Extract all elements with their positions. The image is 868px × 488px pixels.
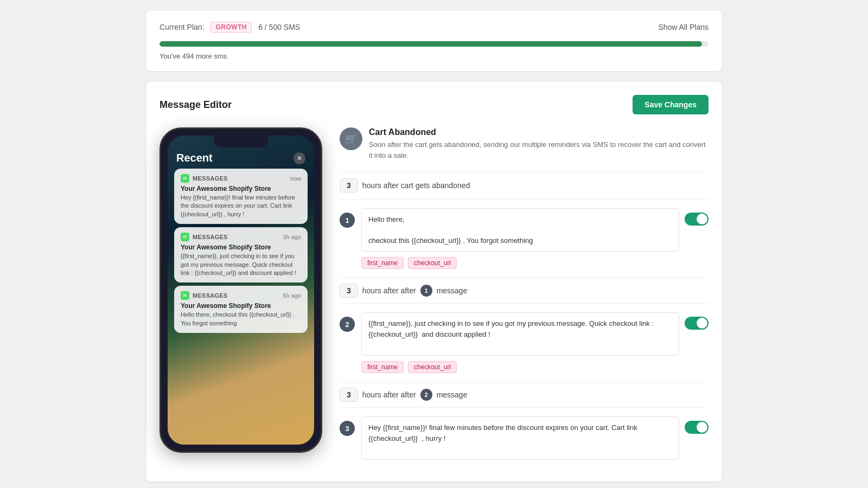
timing-label-2: hours after after <box>362 286 416 295</box>
editor-body: Recent ✕ ✉ MESSAGES now <box>159 127 709 468</box>
phone-notch <box>214 136 268 147</box>
phone-inner: Recent ✕ ✉ MESSAGES now <box>168 136 314 445</box>
toggle-track-1[interactable] <box>685 213 709 226</box>
message-content-2: {{first_name}}, just checking in to see … <box>361 312 709 373</box>
timing-label-3: hours after after <box>362 390 416 399</box>
timing-hours-3[interactable]: 3 <box>340 388 358 402</box>
plan-header: Current Plan: GROWTH 6 / 500 SMS Show Al… <box>159 22 709 33</box>
toggle-track-3[interactable] <box>685 421 709 434</box>
editor-card: Message Editor Save Changes Recent ✕ <box>146 82 722 481</box>
timing-hours-1[interactable]: 3 <box>340 178 358 192</box>
editor-header: Message Editor Save Changes <box>159 95 709 114</box>
message-textarea-2[interactable]: {{first_name}}, just checking in to see … <box>361 312 679 356</box>
message-textarea-row-3: Hey {{first_name}}! final few minutes be… <box>361 416 709 460</box>
show-all-plans-link[interactable]: Show All Plans <box>658 23 709 31</box>
notif-app-name: MESSAGES <box>193 292 228 299</box>
recent-label: Recent <box>176 152 213 164</box>
cart-abandoned-header: 🛒 Cart Abandoned Soon after the cart get… <box>340 127 709 160</box>
message-textarea-row-1: Hello there, checkout this {{checkout_ur… <box>361 208 709 252</box>
sms-progress-bar-fill <box>159 41 702 47</box>
notification-panel: Recent ✕ ✉ MESSAGES now <box>174 152 308 336</box>
recent-header: Recent ✕ <box>174 152 308 164</box>
cart-abandoned-title: Cart Abandoned <box>369 127 709 137</box>
notif-left: ✉ MESSAGES <box>181 291 228 300</box>
message-block-inner-2: 2 {{first_name}}, just checking in to se… <box>340 312 709 373</box>
notification-item: ✉ MESSAGES now Your Awesome Shopify Stor… <box>174 169 308 224</box>
timing-row-1: 3 hours after cart gets abandoned <box>340 171 709 200</box>
notif-app-name: MESSAGES <box>193 175 228 182</box>
plan-badge: GROWTH <box>210 22 252 33</box>
plan-label: Current Plan: <box>159 23 204 31</box>
notif-body: Hey {{first_name}}! final few minutes be… <box>181 194 301 219</box>
step-badge-3: 3 <box>340 421 355 436</box>
plan-card: Current Plan: GROWTH 6 / 500 SMS Show Al… <box>146 11 722 71</box>
message-block-inner-1: 1 Hello there, checkout this {{checkout_… <box>340 208 709 269</box>
toggle-switch-1[interactable] <box>685 213 709 226</box>
message-content-3: Hey {{first_name}}! final few minutes be… <box>361 416 709 460</box>
message-block-3: 3 Hey {{first_name}}! final few minutes … <box>340 416 709 460</box>
message-textarea-row-2: {{first_name}}, just checking in to see … <box>361 312 709 356</box>
plan-sms-count: 6 / 500 SMS <box>258 23 300 31</box>
toggle-thumb-1 <box>697 214 707 224</box>
timing-suffix-2: message <box>437 286 468 295</box>
save-changes-button[interactable]: Save Changes <box>633 95 709 114</box>
tag-checkout-url-2[interactable]: checkout_url <box>408 361 457 373</box>
timing-row-2: 3 hours after after 1 message <box>340 278 709 304</box>
notif-store: Your Awesome Shopify Store <box>181 243 301 251</box>
timing-row-3: 3 hours after after 2 message <box>340 382 709 408</box>
message-block-1: 1 Hello there, checkout this {{checkout_… <box>340 208 709 269</box>
plan-remaining-text: You've 494 more sms. <box>159 52 709 60</box>
step-badge-inline-1: 1 <box>420 285 432 297</box>
notification-item: ✉ MESSAGES 6h ago Your Awesome Shopify S… <box>174 286 308 333</box>
toggle-switch-2[interactable] <box>685 317 709 330</box>
timing-label-1: hours after cart gets abandoned <box>362 181 470 190</box>
toggle-thumb-3 <box>697 422 707 433</box>
message-content-1: Hello there, checkout this {{checkout_ur… <box>361 208 709 269</box>
editor-title: Message Editor <box>159 99 232 111</box>
step-badge-inline-2: 2 <box>420 389 432 401</box>
timing-hours-2[interactable]: 3 <box>340 284 358 298</box>
notif-top: ✉ MESSAGES 3h ago <box>181 233 301 241</box>
notif-store: Your Awesome Shopify Store <box>181 302 301 310</box>
messages-icon: ✉ <box>181 233 189 241</box>
right-panel: 🛒 Cart Abandoned Soon after the cart get… <box>340 127 709 468</box>
cart-abandoned-description: Soon after the cart gets abandoned, send… <box>369 139 709 160</box>
close-notifications-button[interactable]: ✕ <box>293 152 305 164</box>
cart-abandoned-info: Cart Abandoned Soon after the cart gets … <box>369 127 709 160</box>
tags-row-2: first_name checkout_url <box>361 361 709 373</box>
message-block-inner-3: 3 Hey {{first_name}}! final few minutes … <box>340 416 709 460</box>
step-badge-1: 1 <box>340 213 355 228</box>
notif-time: 3h ago <box>283 234 301 240</box>
notif-top: ✉ MESSAGES now <box>181 174 301 183</box>
message-textarea-3[interactable]: Hey {{first_name}}! final few minutes be… <box>361 416 679 460</box>
step-badge-2: 2 <box>340 317 355 332</box>
timing-suffix-3: message <box>437 390 468 399</box>
sms-progress-bar-container <box>159 41 709 47</box>
tag-first-name-1[interactable]: first_name <box>361 257 404 269</box>
notif-body: Hello there, checkout this {{checkout_ur… <box>181 311 301 328</box>
notif-left: ✉ MESSAGES <box>181 174 228 183</box>
messages-icon: ✉ <box>181 174 189 183</box>
messages-icon: ✉ <box>181 291 189 300</box>
notif-time: now <box>290 175 301 182</box>
cart-icon: 🛒 <box>340 127 362 150</box>
toggle-track-2[interactable] <box>685 317 709 330</box>
tag-checkout-url-1[interactable]: checkout_url <box>408 257 457 269</box>
notif-top: ✉ MESSAGES 6h ago <box>181 291 301 300</box>
tag-first-name-2[interactable]: first_name <box>361 361 404 373</box>
notif-app-name: MESSAGES <box>193 234 228 240</box>
toggle-thumb-2 <box>697 318 707 329</box>
message-block-2: 2 {{first_name}}, just checking in to se… <box>340 312 709 373</box>
notif-store: Your Awesome Shopify Store <box>181 185 301 192</box>
notif-body: {{first_name}}, just checking in to see … <box>181 252 301 277</box>
phone-wallpaper: Recent ✕ ✉ MESSAGES now <box>168 136 314 445</box>
phone-mockup: Recent ✕ ✉ MESSAGES now <box>159 127 322 453</box>
plan-left: Current Plan: GROWTH 6 / 500 SMS <box>159 22 300 33</box>
tags-row-1: first_name checkout_url <box>361 257 709 269</box>
message-textarea-1[interactable]: Hello there, checkout this {{checkout_ur… <box>361 208 679 252</box>
notification-item: ✉ MESSAGES 3h ago Your Awesome Shopify S… <box>174 227 308 282</box>
notif-time: 6h ago <box>283 292 301 299</box>
toggle-switch-3[interactable] <box>685 421 709 434</box>
notif-left: ✉ MESSAGES <box>181 233 228 241</box>
